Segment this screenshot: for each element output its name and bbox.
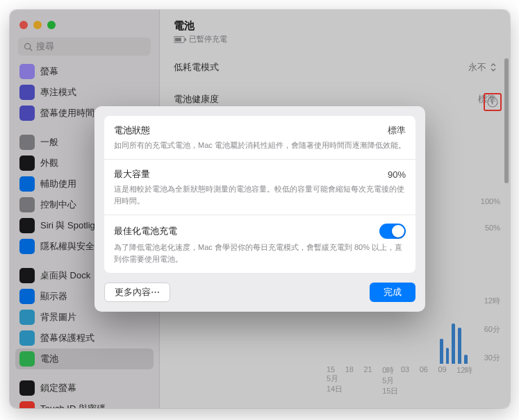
- row-title: 最大容量: [114, 168, 150, 180]
- modal-group: 電池狀態 標準 如同所有的充電式電池，Mac 電池屬於消耗性組件，會隨著使用時間…: [104, 116, 415, 274]
- row-description: 為了降低電池老化速度，Mac 會學習你的每日充電模式，會暫緩充電到 80% 以上…: [114, 242, 406, 264]
- settings-window: 搜尋 螢幕專注模式螢幕使用時間一般外觀輔助使用控制中心Siri 與 Spotli…: [10, 10, 510, 408]
- row-title: 最佳化電池充電: [114, 225, 177, 237]
- row-value: 標準: [388, 124, 406, 137]
- row-description: 如同所有的充電式電池，Mac 電池屬於消耗性組件，會隨著使用時間而逐漸降低效能。: [114, 140, 406, 151]
- battery-status-row: 電池狀態 標準 如同所有的充電式電池，Mac 電池屬於消耗性組件，會隨著使用時間…: [104, 116, 415, 160]
- modal-buttons: 更多內容⋯ 完成: [104, 283, 415, 302]
- row-description: 這是相較於電池為全新狀態時測量的電池容量。較低的容量可能會縮短每次充電後的使用時…: [114, 183, 406, 206]
- battery-health-modal: 電池狀態 標準 如同所有的充電式電池，Mac 電池屬於消耗性組件，會隨著使用時間…: [94, 106, 425, 312]
- modal-overlay: 電池狀態 標準 如同所有的充電式電池，Mac 電池屬於消耗性組件，會隨著使用時間…: [10, 10, 510, 408]
- row-title: 電池狀態: [114, 124, 150, 137]
- max-capacity-row: 最大容量 90% 這是相較於電池為全新狀態時測量的電池容量。較低的容量可能會縮短…: [104, 160, 415, 215]
- optimized-charging-row: 最佳化電池充電 為了降低電池老化速度，Mac 會學習你的每日充電模式，會暫緩充電…: [104, 215, 415, 273]
- row-value: 90%: [388, 169, 406, 180]
- more-button[interactable]: 更多內容⋯: [104, 283, 170, 302]
- optimized-charging-toggle[interactable]: [379, 224, 406, 239]
- done-button[interactable]: 完成: [370, 283, 415, 302]
